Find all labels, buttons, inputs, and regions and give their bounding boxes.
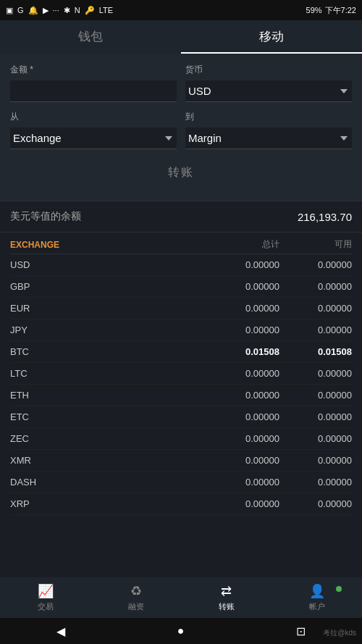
row-currency-name: ZEC	[10, 433, 193, 444]
table-row: XMR0.000000.00000	[10, 450, 352, 472]
table-row: USD0.000000.00000	[10, 254, 352, 276]
table-row: BTC0.015080.01508	[10, 341, 352, 363]
status-left: ▣ G 🔔 ▶ ··· ✱ N 🔑 LTE	[6, 6, 113, 15]
currency-value: USD	[188, 85, 211, 97]
time-text: 下午7:22	[325, 5, 356, 16]
trade-icon: 📈	[38, 583, 54, 599]
watermark: 考拉@kds	[323, 628, 356, 638]
status-icon-3: 🔔	[28, 6, 38, 15]
row-available: 0.00000	[279, 498, 352, 509]
system-nav: ◀ ● ⊡ 考拉@kds	[0, 618, 362, 644]
table-row: EUR0.000000.00000	[10, 298, 352, 319]
row-available: 0.01508	[279, 346, 352, 357]
transfer-icon: ⇄	[221, 583, 232, 599]
recents-button[interactable]: ⊡	[282, 622, 320, 641]
status-icon-2: G	[17, 6, 24, 14]
row-available: 0.00000	[279, 368, 352, 379]
row-total: 0.00000	[193, 325, 279, 335]
form-row-2: 从 Exchange 到 Margin	[10, 111, 352, 149]
nav-trade[interactable]: 📈 交易	[0, 583, 90, 612]
amount-group: 金额 *	[10, 64, 177, 102]
tab-move[interactable]: 移动	[181, 20, 362, 54]
row-total: 0.00000	[193, 411, 279, 422]
row-available: 0.00000	[279, 455, 352, 466]
to-label: 到	[185, 111, 352, 123]
row-currency-name: EUR	[10, 303, 193, 314]
fund-icon: ♻	[130, 583, 142, 599]
row-currency-name: XRP	[10, 498, 193, 509]
lte-icon: LTE	[99, 6, 113, 14]
col-total-header: 总计	[193, 238, 279, 251]
row-available: 0.00000	[279, 433, 352, 444]
form-area: 金额 * 货币 USD 从 Exchange 到	[0, 54, 362, 201]
table-row: GBP0.000000.00000	[10, 276, 352, 298]
nfc-icon: N	[75, 6, 80, 14]
row-total: 0.00000	[193, 498, 279, 509]
table-row: XRP0.000000.00000	[10, 493, 352, 515]
row-total: 0.00000	[193, 368, 279, 379]
row-currency-name: JPY	[10, 325, 193, 335]
table-body: USD0.000000.00000GBP0.000000.00000EUR0.0…	[10, 254, 352, 515]
tab-bar: 钱包 移动	[0, 20, 362, 54]
nav-account[interactable]: 👤 帐户	[272, 583, 362, 612]
transfer-btn-wrap: 转账	[10, 158, 352, 188]
row-total: 0.01508	[193, 346, 279, 357]
row-available: 0.00000	[279, 259, 352, 270]
col-available-header: 可用	[279, 238, 352, 251]
to-select[interactable]: Margin	[185, 127, 352, 149]
row-currency-name: ETH	[10, 390, 193, 401]
status-right: 59% 下午7:22	[306, 5, 356, 16]
row-available: 0.00000	[279, 411, 352, 422]
row-currency-name: DASH	[10, 477, 193, 488]
row-currency-name: XMR	[10, 455, 193, 466]
nav-fund[interactable]: ♻ 融资	[90, 583, 181, 612]
nav-account-label: 帐户	[309, 601, 325, 612]
row-available: 0.00000	[279, 281, 352, 292]
nav-transfer-label: 转账	[219, 601, 235, 612]
chevron-down-icon-from	[165, 136, 172, 141]
bluetooth-icon: ✱	[64, 6, 70, 15]
row-currency-name: BTC	[10, 346, 193, 357]
table-row: ETH0.000000.00000	[10, 385, 352, 406]
status-icon-4: ▶	[43, 6, 49, 15]
row-total: 0.00000	[193, 433, 279, 444]
nav-transfer[interactable]: ⇄ 转账	[181, 583, 272, 612]
back-button[interactable]: ◀	[42, 622, 80, 641]
row-currency-name: ETC	[10, 411, 193, 422]
table-row: ZEC0.000000.00000	[10, 428, 352, 450]
row-total: 0.00000	[193, 455, 279, 466]
online-dot	[336, 586, 342, 592]
from-select[interactable]: Exchange	[10, 127, 177, 149]
home-button[interactable]: ●	[163, 622, 199, 640]
main-content: 金额 * 货币 USD 从 Exchange 到	[0, 54, 362, 577]
table-row: ETC0.000000.00000	[10, 406, 352, 428]
key-icon: 🔑	[85, 6, 95, 15]
table-row: LTC0.000000.00000	[10, 363, 352, 385]
currency-select[interactable]: USD	[185, 80, 352, 102]
row-total: 0.00000	[193, 281, 279, 292]
from-group: 从 Exchange	[10, 111, 177, 149]
status-dots: ···	[53, 6, 59, 14]
table-header: EXCHANGE 总计 可用	[10, 233, 352, 254]
row-available: 0.00000	[279, 325, 352, 335]
to-value: Margin	[188, 132, 222, 144]
balance-section: 美元等值的余额 216,193.70	[0, 201, 362, 233]
chevron-down-icon	[340, 89, 348, 93]
balance-value: 216,193.70	[298, 211, 352, 223]
row-currency-name: USD	[10, 259, 193, 270]
row-currency-name: LTC	[10, 368, 193, 379]
row-total: 0.00000	[193, 303, 279, 314]
tab-wallet[interactable]: 钱包	[0, 20, 181, 54]
exchange-table: EXCHANGE 总计 可用 USD0.000000.00000GBP0.000…	[0, 233, 362, 515]
status-icon-1: ▣	[6, 6, 13, 15]
currency-label: 货币	[185, 64, 352, 76]
chevron-down-icon-to	[340, 136, 348, 141]
from-label: 从	[10, 111, 177, 123]
row-available: 0.00000	[279, 303, 352, 314]
to-group: 到 Margin	[185, 111, 352, 149]
transfer-button[interactable]: 转账	[125, 158, 237, 188]
amount-input[interactable]	[10, 80, 177, 102]
bottom-nav: 📈 交易 ♻ 融资 ⇄ 转账 👤 帐户	[0, 577, 362, 618]
currency-group: 货币 USD	[185, 64, 352, 102]
nav-fund-label: 融资	[128, 601, 144, 612]
